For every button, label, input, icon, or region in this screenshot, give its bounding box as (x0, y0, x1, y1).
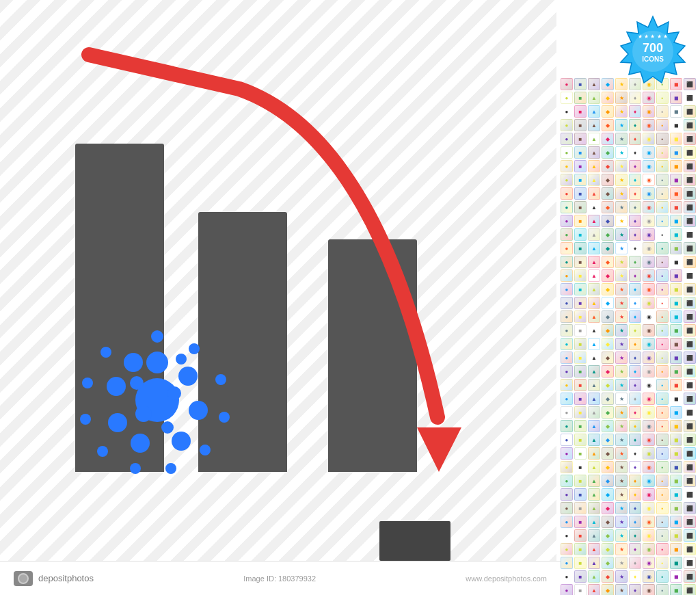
icon-cell: ◆ (602, 297, 614, 309)
icon-cell: ◉ (643, 570, 655, 583)
icon-cell: ■ (574, 119, 587, 131)
icon-cell: ◆ (602, 420, 614, 432)
icon-cell: ◉ (643, 310, 655, 323)
icon-cell: ♦ (629, 584, 641, 595)
icon-cell: ▪ (656, 488, 669, 501)
icon-cell: ◉ (643, 584, 655, 595)
icon-cell: ■ (574, 324, 587, 336)
svg-text:700: 700 (643, 41, 663, 55)
icon-cell: ▪ (656, 174, 669, 186)
icon-cell: ■ (574, 228, 587, 241)
icon-grid: ●■▲◆★♦◉▪◼⬛●■▲◆★♦◉▪◼⬛●■▲◆★♦◉▪◼⬛●■▲◆★♦◉▪◼⬛… (558, 75, 699, 595)
icon-cell: ♦ (629, 543, 641, 555)
icon-cell: ♦ (629, 502, 641, 514)
icon-cell: ♦ (629, 187, 641, 200)
icon-cell: ◉ (643, 488, 655, 501)
icon-cell: ◼ (670, 283, 682, 295)
icon-cell: ⬛ (684, 324, 696, 336)
icon-cell: ● (561, 338, 573, 350)
icon-cell: ★ (615, 174, 628, 186)
icon-cell: ◆ (602, 379, 614, 391)
icon-cell: ◼ (670, 174, 682, 186)
icon-cell: ♦ (629, 461, 641, 473)
icon-cell: ◼ (670, 393, 682, 405)
icon-cell: ★ (615, 434, 628, 446)
icon-cell: ● (561, 557, 573, 569)
icon-cell: ■ (574, 174, 587, 186)
icon-cell: ◆ (602, 338, 614, 350)
icon-cell: ▪ (656, 379, 669, 391)
icon-cell: ⬛ (684, 543, 696, 555)
icon-cell: ▲ (588, 297, 600, 309)
icon-cell: ▲ (588, 92, 600, 104)
icon-cell: ♦ (629, 146, 641, 159)
icon-grid-panel: ●■▲◆★♦◉▪◼⬛●■▲◆★♦◉▪◼⬛●■▲◆★♦◉▪◼⬛●■▲◆★♦◉▪◼⬛… (556, 0, 700, 595)
icon-cell: ⬛ (684, 488, 696, 501)
icon-cell: ▲ (588, 283, 600, 295)
icon-cell: ⬛ (684, 570, 696, 583)
icon-cell: ● (561, 393, 573, 405)
icon-cell: ♦ (629, 174, 641, 186)
icon-cell: ★ (615, 105, 628, 118)
icon-cell: ◆ (602, 310, 614, 323)
icon-cell: ◆ (602, 543, 614, 555)
icon-cell: ◆ (602, 570, 614, 583)
icon-cell: ◆ (602, 269, 614, 282)
icon-cell: ◼ (670, 461, 682, 473)
icon-cell: ▲ (588, 516, 600, 528)
icon-cell: ▪ (656, 365, 669, 378)
icon-cell: ■ (574, 146, 587, 159)
icon-cell: ◆ (602, 228, 614, 241)
icon-cell: ▲ (588, 379, 600, 391)
icon-cell: ■ (574, 570, 587, 583)
icon-cell: ♦ (629, 242, 641, 254)
icon-cell: ◆ (602, 352, 614, 364)
icon-cell: ◼ (670, 338, 682, 350)
icon-cell: ◆ (602, 105, 614, 118)
icon-cell: ● (561, 379, 573, 391)
icon-cell: ♦ (629, 352, 641, 364)
icon-cell: ◆ (602, 133, 614, 145)
icon-cell: ★ (615, 283, 628, 295)
icon-cell: ● (561, 352, 573, 364)
icon-cell: ★ (615, 447, 628, 460)
icon-cell: ● (561, 529, 573, 542)
icon-cell: ◉ (643, 543, 655, 555)
icon-cell: ◆ (602, 174, 614, 186)
icon-cell: ◼ (670, 201, 682, 213)
icon-cell: ▲ (588, 160, 600, 172)
icon-cell: ◉ (643, 529, 655, 542)
icon-cell: ■ (574, 352, 587, 364)
icon-cell: ★ (615, 92, 628, 104)
icon-cell: ■ (574, 338, 587, 350)
image-id: Image ID: 180379932 (243, 574, 316, 583)
icon-cell: ◼ (670, 420, 682, 432)
icon-cell: ■ (574, 447, 587, 460)
icon-cell: ● (561, 119, 573, 131)
icon-cell: ● (561, 269, 573, 282)
icon-cell: ● (561, 187, 573, 200)
icon-cell: ◉ (643, 297, 655, 309)
icon-cell: ▪ (656, 256, 669, 268)
icon-cell: ♦ (629, 393, 641, 405)
icon-cell: ● (561, 310, 573, 323)
icon-cell: ♦ (629, 256, 641, 268)
icon-cell: ⬛ (684, 174, 696, 186)
icon-cell: ▲ (588, 78, 600, 90)
icon-cell: ▲ (588, 570, 600, 583)
camera-icon (14, 571, 33, 586)
icon-cell: ■ (574, 365, 587, 378)
icon-cell: ◆ (602, 242, 614, 254)
icon-cell: ★ (615, 461, 628, 473)
icon-cell: ◆ (602, 584, 614, 595)
icon-cell: ◆ (602, 502, 614, 514)
icon-canvas (34, 34, 526, 527)
icon-cell: ★ (615, 187, 628, 200)
icon-cell: ▲ (588, 434, 600, 446)
icon-cell: ▪ (656, 557, 669, 569)
icon-cell: ⬛ (684, 502, 696, 514)
icon-cell: ● (561, 92, 573, 104)
icon-cell: ★ (615, 269, 628, 282)
icon-cell: ■ (574, 297, 587, 309)
icon-cell: ◉ (643, 379, 655, 391)
